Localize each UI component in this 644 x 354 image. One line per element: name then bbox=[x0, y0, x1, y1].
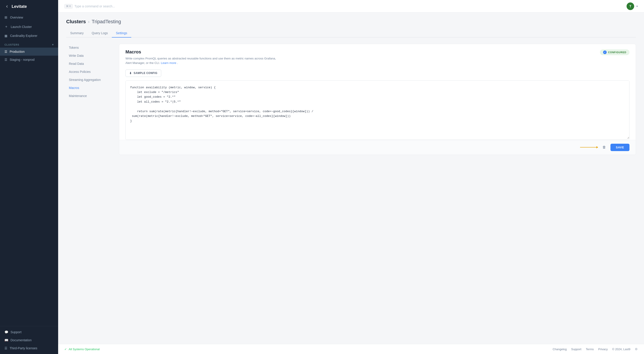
breadcrumb: Clusters › TripadTesting bbox=[66, 19, 636, 24]
sidebar-item-overview-label: Overview bbox=[10, 16, 23, 19]
app-name: Levitate bbox=[12, 4, 27, 9]
delete-button[interactable]: 🗑 bbox=[601, 144, 607, 151]
footer-status: ✓ All Systems Operational bbox=[64, 348, 100, 351]
sidebar-item-production-label: Production bbox=[10, 50, 24, 53]
macros-title: Macros bbox=[126, 49, 282, 54]
last9-icon: ⚙ bbox=[635, 347, 638, 351]
cluster-icon-production: ☰ bbox=[4, 50, 8, 53]
support-link[interactable]: Support bbox=[571, 348, 582, 351]
search-placeholder: Type a command or search... bbox=[74, 4, 115, 8]
keyboard-shortcut: ⌘ K bbox=[64, 4, 73, 8]
main-content: ⌘ K Type a command or search... T ▾ Clus… bbox=[58, 0, 644, 354]
privacy-link[interactable]: Privacy bbox=[598, 348, 608, 351]
plus-icon: ＋ bbox=[4, 24, 8, 29]
sidebar-item-launch-label: Launch Cluster bbox=[11, 25, 32, 29]
nav-write-data[interactable]: Write Data bbox=[66, 52, 111, 59]
copyright: © 2024, Last9 bbox=[612, 348, 630, 351]
sidebar-item-third-party-label: Third-Party licenses bbox=[10, 347, 37, 350]
clusters-section-label: CLUSTERS ▾ bbox=[0, 40, 58, 48]
nav-macros[interactable]: Macros bbox=[66, 84, 111, 92]
topbar: ⌘ K Type a command or search... T ▾ bbox=[58, 0, 644, 12]
trash-icon: 🗑 bbox=[602, 145, 606, 149]
arrow-line bbox=[580, 147, 598, 147]
content-layout: Tokens Write Data Read Data Access Polic… bbox=[66, 44, 636, 155]
nav-tokens[interactable]: Tokens bbox=[66, 44, 111, 51]
search-area[interactable]: ⌘ K Type a command or search... bbox=[64, 4, 115, 8]
macros-section: Macros Write complex PromQL queries as a… bbox=[119, 44, 636, 155]
sidebar-bottom: 💬 Support 📖 Documentation ☰ Third-Party … bbox=[0, 326, 58, 354]
macros-description: Write complex PromQL queries as abstract… bbox=[126, 56, 282, 65]
terms-link[interactable]: Terms bbox=[586, 348, 594, 351]
clusters-chevron-icon: ▾ bbox=[52, 43, 54, 46]
nav-maintenance[interactable]: Maintenance bbox=[66, 92, 111, 100]
book-icon: 📖 bbox=[4, 338, 8, 342]
sidebar-header: Levitate bbox=[0, 0, 58, 13]
tab-summary[interactable]: Summary bbox=[66, 29, 88, 37]
sidebar-item-cardinality[interactable]: ▦ Cardinality Explorer bbox=[0, 31, 58, 40]
sidebar-item-cardinality-label: Cardinality Explorer bbox=[10, 34, 37, 37]
breadcrumb-separator: › bbox=[88, 19, 90, 24]
macros-footer: 🗑 SAVE bbox=[119, 140, 636, 155]
sidebar-item-documentation-label: Documentation bbox=[10, 338, 32, 342]
nav-read-data[interactable]: Read Data bbox=[66, 60, 111, 67]
macros-code-editor[interactable] bbox=[126, 81, 629, 139]
nav-streaming-agg[interactable]: Streaming Aggregation bbox=[66, 76, 111, 84]
avatar[interactable]: T bbox=[626, 2, 634, 10]
user-menu-chevron-icon[interactable]: ▾ bbox=[636, 5, 638, 8]
grid-icon: ⊞ bbox=[4, 15, 8, 19]
macros-header-text: Macros Write complex PromQL queries as a… bbox=[126, 49, 282, 65]
sidebar-item-support[interactable]: 💬 Support bbox=[0, 328, 58, 336]
sidebar-item-staging[interactable]: ☰ Staging - nonprod bbox=[0, 56, 58, 64]
macros-card: Macros Write complex PromQL queries as a… bbox=[119, 44, 636, 155]
list-icon: ☰ bbox=[4, 347, 8, 350]
configured-badge: ✓ CONFIGURED bbox=[600, 49, 630, 55]
tab-settings[interactable]: Settings bbox=[112, 29, 131, 37]
arrow-indicator bbox=[580, 147, 598, 147]
calendar-icon: ▦ bbox=[4, 34, 8, 37]
cluster-icon-staging: ☰ bbox=[4, 58, 8, 61]
sidebar-item-overview[interactable]: ⊞ Overview bbox=[0, 13, 58, 22]
changelog-link[interactable]: Changelog bbox=[552, 348, 567, 351]
code-editor-wrapper bbox=[126, 80, 630, 140]
breadcrumb-current: TripadTesting bbox=[92, 19, 121, 24]
sidebar-item-support-label: Support bbox=[10, 330, 22, 334]
nav-access-policies[interactable]: Access Policies bbox=[66, 68, 111, 75]
tab-query-logs[interactable]: Query Logs bbox=[88, 29, 112, 37]
topbar-right: T ▾ bbox=[626, 2, 638, 10]
settings-tabs: Summary Query Logs Settings bbox=[66, 29, 636, 37]
settings-left-nav: Tokens Write Data Read Data Access Polic… bbox=[66, 44, 111, 155]
page-content: Clusters › TripadTesting Summary Query L… bbox=[58, 12, 644, 344]
sidebar-item-production[interactable]: ☰ Production bbox=[0, 48, 58, 56]
sidebar-item-staging-label: Staging - nonprod bbox=[10, 58, 34, 61]
sidebar-item-third-party[interactable]: ☰ Third-Party licenses bbox=[0, 344, 58, 352]
support-icon: 💬 bbox=[4, 330, 8, 334]
macros-header: Macros Write complex PromQL queries as a… bbox=[119, 44, 636, 65]
save-button[interactable]: SAVE bbox=[610, 144, 630, 151]
status-text: All Systems Operational bbox=[69, 348, 100, 351]
check-circle-icon: ✓ bbox=[603, 50, 607, 54]
learn-more-link[interactable]: Learn more bbox=[161, 61, 177, 65]
footer: ✓ All Systems Operational Changelog Supp… bbox=[58, 344, 644, 354]
sidebar: Levitate ⊞ Overview ＋ Launch Cluster ▦ C… bbox=[0, 0, 58, 354]
breadcrumb-root[interactable]: Clusters bbox=[66, 19, 86, 24]
back-icon[interactable] bbox=[4, 4, 10, 9]
sample-config-button[interactable]: ⬇ SAMPLE CONFIG bbox=[126, 69, 161, 77]
sidebar-item-documentation[interactable]: 📖 Documentation bbox=[0, 336, 58, 344]
status-check-icon: ✓ bbox=[64, 348, 67, 351]
download-icon: ⬇ bbox=[129, 71, 132, 75]
footer-links: Changelog Support Terms Privacy © 2024, … bbox=[552, 347, 638, 351]
sidebar-item-launch[interactable]: ＋ Launch Cluster bbox=[0, 22, 58, 31]
